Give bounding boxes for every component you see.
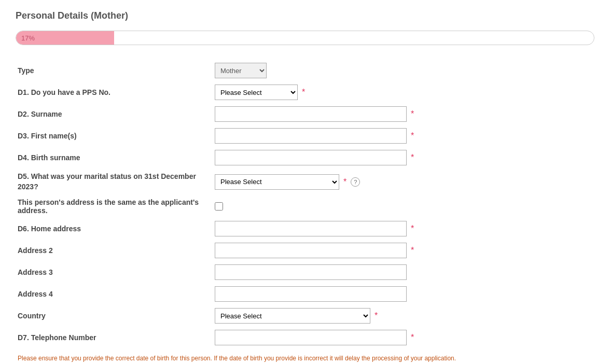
d6-field-row: * — [215, 221, 592, 236]
d5-field-cell: Please Select * ? — [213, 169, 594, 195]
d3-row: D3. First name(s) * — [16, 125, 594, 147]
address2-input[interactable] — [215, 243, 407, 258]
d7-field-row: * — [215, 330, 592, 345]
d2-row: D2. Surname * — [16, 103, 594, 125]
type-select[interactable]: Mother — [215, 63, 267, 78]
address4-field-cell — [213, 283, 594, 305]
country-field-cell: Please Select * — [213, 305, 594, 327]
address2-required-star: * — [411, 246, 414, 255]
address2-label: Address 2 — [16, 240, 213, 261]
d4-field-cell: * — [213, 147, 594, 169]
d3-field-row: * — [215, 128, 592, 144]
country-row: Country Please Select * — [16, 305, 594, 327]
d1-required-star: * — [302, 88, 305, 97]
warning-row: Please ensure that you provide the corre… — [16, 348, 594, 364]
address4-input[interactable] — [215, 286, 407, 302]
d7-row: D7. Telephone Number * — [16, 327, 594, 348]
d5-label-text: D5. What was your marital status on 31st… — [18, 172, 196, 191]
type-row: Type Mother — [16, 60, 594, 81]
type-field-row: Mother — [215, 63, 592, 78]
page-title: Personal Details (Mother) — [16, 10, 594, 21]
d4-row: D4. Birth surname * — [16, 147, 594, 169]
d1-field-cell: Please Select * — [213, 81, 594, 103]
country-required-star: * — [375, 311, 378, 320]
address3-field-row — [215, 264, 592, 280]
d5-required-star: * — [343, 177, 346, 187]
progress-bar-container: 17% — [16, 31, 594, 45]
d6-row: D6. Home address * — [16, 218, 594, 240]
d5-field-row: Please Select * ? — [215, 174, 592, 190]
d1-label: D1. Do you have a PPS No. — [16, 81, 213, 103]
d5-label: D5. What was your marital status on 31st… — [16, 169, 213, 195]
d5-marital-select[interactable]: Please Select — [215, 174, 339, 190]
d4-field-row: * — [215, 150, 592, 165]
address-same-label: This person's address is the same as the… — [16, 195, 213, 218]
d5-help-icon[interactable]: ? — [351, 177, 360, 187]
d3-firstname-input[interactable] — [215, 128, 407, 144]
d5-row: D5. What was your marital status on 31st… — [16, 169, 594, 195]
d7-field-cell: * — [213, 327, 594, 348]
d2-field-row: * — [215, 106, 592, 122]
address-same-row: This person's address is the same as the… — [16, 195, 594, 218]
address4-label: Address 4 — [16, 283, 213, 305]
country-select[interactable]: Please Select — [215, 308, 370, 324]
d3-required-star: * — [411, 131, 414, 141]
type-label: Type — [16, 60, 213, 81]
d4-required-star: * — [411, 153, 414, 162]
d2-required-star: * — [411, 109, 414, 119]
d7-label: D7. Telephone Number — [16, 327, 213, 348]
d4-label: D4. Birth surname — [16, 147, 213, 169]
address-same-field-cell — [213, 195, 594, 218]
form-table: Type Mother D1. Do you have a PPS No. Pl… — [16, 60, 594, 364]
d7-telephone-input[interactable] — [215, 330, 407, 345]
d6-label: D6. Home address — [16, 218, 213, 240]
d6-required-star: * — [411, 224, 414, 233]
d4-birthsurname-input[interactable] — [215, 150, 407, 165]
address2-row: Address 2 * — [16, 240, 594, 261]
address-same-checkbox[interactable] — [215, 202, 223, 211]
d2-surname-input[interactable] — [215, 106, 407, 122]
type-field-cell: Mother — [213, 60, 594, 81]
warning-cell: Please ensure that you provide the corre… — [16, 348, 594, 364]
address3-field-cell — [213, 261, 594, 283]
warning-text: Please ensure that you provide the corre… — [18, 355, 584, 362]
d1-row: D1. Do you have a PPS No. Please Select … — [16, 81, 594, 103]
address3-input[interactable] — [215, 264, 407, 280]
country-label: Country — [16, 305, 213, 327]
d1-field-row: Please Select * — [215, 85, 592, 100]
address2-field-row: * — [215, 243, 592, 258]
d3-label: D3. First name(s) — [16, 125, 213, 147]
address2-field-cell: * — [213, 240, 594, 261]
d2-label: D2. Surname — [16, 103, 213, 125]
address4-field-row — [215, 286, 592, 302]
d6-field-cell: * — [213, 218, 594, 240]
country-field-row: Please Select * — [215, 308, 592, 324]
address3-row: Address 3 — [16, 261, 594, 283]
progress-bar-label: 17% — [21, 34, 35, 42]
address3-label: Address 3 — [16, 261, 213, 283]
d7-required-star: * — [411, 333, 414, 342]
d2-field-cell: * — [213, 103, 594, 125]
address-same-field-row — [215, 202, 592, 211]
d1-select[interactable]: Please Select — [215, 85, 298, 100]
d6-homeaddress-input[interactable] — [215, 221, 407, 236]
d3-field-cell: * — [213, 125, 594, 147]
address4-row: Address 4 — [16, 283, 594, 305]
